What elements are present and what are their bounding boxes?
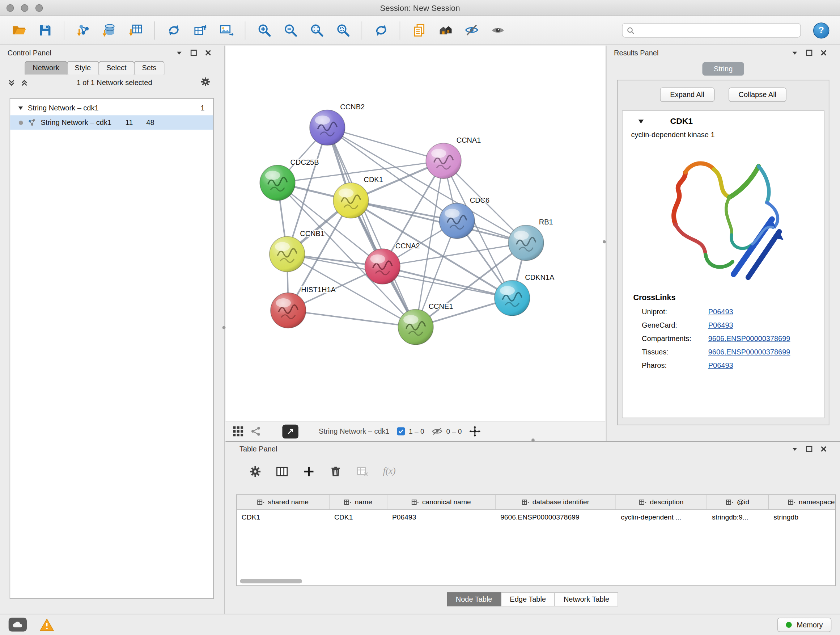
network-node[interactable] <box>439 203 475 239</box>
column-sort-icon <box>726 499 734 505</box>
apply-layout-button[interactable] <box>370 19 392 42</box>
crosslink-value-link[interactable]: 9606.ENSP00000378699 <box>708 348 790 356</box>
zoom-selected-icon <box>336 23 350 38</box>
show-hide-button[interactable] <box>486 19 509 42</box>
network-collection-row[interactable]: String Network – cdk1 1 <box>10 101 213 115</box>
grid-view-icon[interactable] <box>233 426 243 436</box>
panel-menu-icon[interactable] <box>176 49 183 56</box>
network-edge[interactable] <box>327 127 444 161</box>
tab-edge-table[interactable]: Edge Table <box>501 592 555 606</box>
expand-all-networks-icon[interactable] <box>20 79 28 87</box>
network-edge[interactable] <box>327 127 416 327</box>
close-window-button[interactable] <box>6 4 14 12</box>
panel-float-icon[interactable] <box>806 49 813 56</box>
panel-float-icon[interactable] <box>806 446 813 453</box>
table-row[interactable]: CDK1CDK1P064939606.ENSP00000378699cyclin… <box>237 510 835 524</box>
panel-menu-icon[interactable] <box>791 446 798 453</box>
import-network-database-button[interactable] <box>98 19 120 42</box>
collapse-all-networks-icon[interactable] <box>8 79 16 87</box>
disclosure-triangle-icon[interactable] <box>18 105 24 111</box>
network-node[interactable] <box>260 165 295 201</box>
panel-close-icon[interactable] <box>820 446 827 453</box>
network-overview-icon[interactable] <box>251 426 261 436</box>
crosslink-value-link[interactable]: P06493 <box>708 361 733 369</box>
search-field[interactable] <box>622 23 801 38</box>
clone-network-button[interactable] <box>188 19 211 42</box>
selected-checkbox-icon[interactable] <box>397 427 405 435</box>
crosslink-value-link[interactable]: P06493 <box>708 308 733 316</box>
collapse-all-button[interactable]: Collapse All <box>728 87 786 102</box>
panel-menu-icon[interactable] <box>791 49 798 56</box>
column-header[interactable]: namespace <box>769 495 836 509</box>
tab-sets[interactable]: Sets <box>134 61 164 74</box>
annotation-mode-button[interactable] <box>282 424 298 439</box>
node-count: 11 <box>116 119 133 126</box>
network-view[interactable]: CCNB2CCNA1CDC25BCDK1CDC6RB1CCNB1CCNA2CDK… <box>225 46 605 441</box>
network-node[interactable] <box>494 280 530 316</box>
network-node[interactable] <box>333 183 369 218</box>
warning-icon[interactable] <box>40 618 54 631</box>
open-session-button[interactable] <box>8 19 30 42</box>
tab-style[interactable]: Style <box>66 61 99 74</box>
export-image-button[interactable] <box>215 19 237 42</box>
network-canvas-svg[interactable]: CCNB2CCNA1CDC25BCDK1CDC6RB1CCNB1CCNA2CDK… <box>225 46 605 421</box>
column-header[interactable]: database identifier <box>496 495 616 509</box>
splitter-handle[interactable] <box>223 326 226 329</box>
memory-button[interactable]: Memory <box>777 617 831 632</box>
crosslink-value-link[interactable]: P06493 <box>708 321 733 329</box>
network-node[interactable] <box>271 293 306 328</box>
crosslink-value-link[interactable]: 9606.ENSP00000378699 <box>708 334 790 342</box>
horizontal-scrollbar-thumb[interactable] <box>240 579 302 583</box>
hidden-eye-icon[interactable] <box>432 427 443 435</box>
toggle-enhanced-graphics-button[interactable] <box>460 19 483 42</box>
network-options-gear-icon[interactable] <box>201 77 210 87</box>
splitter-handle[interactable] <box>531 439 535 442</box>
show-columns-icon[interactable] <box>276 465 288 478</box>
tab-network[interactable]: Network <box>25 61 67 74</box>
splitter-handle[interactable] <box>603 240 606 243</box>
tab-select[interactable]: Select <box>98 61 134 74</box>
entry-disclosure-icon[interactable] <box>638 118 644 125</box>
zoom-window-button[interactable] <box>35 4 43 12</box>
window-controls <box>6 4 43 12</box>
search-input[interactable] <box>638 27 796 35</box>
save-session-button[interactable] <box>34 19 56 42</box>
minimize-window-button[interactable] <box>21 4 28 12</box>
session-copy-button[interactable] <box>408 19 430 42</box>
tab-network-table[interactable]: Network Table <box>554 592 619 606</box>
tab-node-table[interactable]: Node Table <box>447 592 501 606</box>
column-header[interactable]: shared name <box>237 495 330 509</box>
new-network-button[interactable] <box>163 19 185 42</box>
table-settings-gear-icon[interactable] <box>249 465 262 478</box>
cloud-button[interactable] <box>9 618 27 632</box>
zoom-fit-button[interactable] <box>305 19 328 42</box>
import-network-file-button[interactable] <box>72 19 94 42</box>
column-header[interactable]: name <box>330 495 387 509</box>
help-button[interactable]: ? <box>813 22 829 38</box>
column-header[interactable]: @id <box>707 495 769 509</box>
string-home-button[interactable] <box>434 19 456 42</box>
panel-close-icon[interactable] <box>205 49 212 56</box>
delete-column-icon[interactable] <box>330 465 342 478</box>
zoom-out-button[interactable] <box>279 19 302 42</box>
network-edge[interactable] <box>288 310 416 327</box>
network-node[interactable] <box>270 236 305 272</box>
zoom-selected-button[interactable] <box>332 19 354 42</box>
network-node[interactable] <box>309 110 345 146</box>
panel-float-icon[interactable] <box>190 49 197 56</box>
network-node[interactable] <box>365 249 400 284</box>
network-node[interactable] <box>508 225 544 261</box>
column-sort-icon <box>411 499 419 505</box>
import-table-file-button[interactable] <box>125 19 147 42</box>
expand-all-button[interactable]: Expand All <box>660 87 714 102</box>
network-node[interactable] <box>398 309 433 345</box>
column-header[interactable]: canonical name <box>387 495 496 509</box>
add-column-icon[interactable] <box>303 465 315 478</box>
zoom-in-button[interactable] <box>253 19 275 42</box>
panel-close-icon[interactable] <box>820 49 827 56</box>
column-header[interactable]: description <box>616 495 707 509</box>
pan-mode-icon[interactable] <box>469 426 480 437</box>
network-node[interactable] <box>426 143 461 179</box>
tab-string[interactable]: String <box>702 62 744 76</box>
network-row[interactable]: String Network – cdk1 11 48 <box>10 115 213 130</box>
